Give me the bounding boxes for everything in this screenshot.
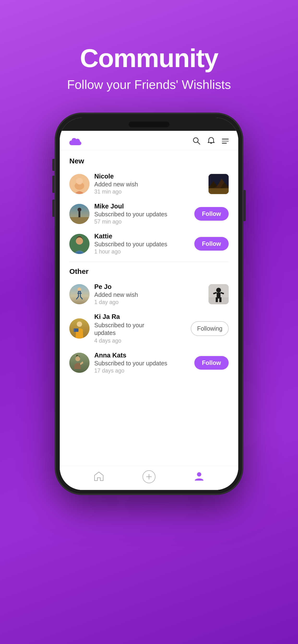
- mike-info: Mike Joul Subscribed to your updates 57 …: [94, 203, 190, 225]
- section-other: Other: [60, 265, 238, 378]
- svg-rect-35: [69, 353, 89, 373]
- nicole-action: Added new wish: [94, 181, 204, 188]
- plus-icon: [146, 474, 152, 480]
- annakats-action: Subscribed to your updates: [94, 360, 190, 367]
- svg-rect-19: [69, 284, 89, 304]
- notification-item-mike: Mike Joul Subscribed to your updates 57 …: [60, 199, 238, 229]
- svg-rect-25: [216, 297, 218, 302]
- power-button: [244, 190, 246, 221]
- mike-action: Subscribed to your updates: [94, 211, 190, 218]
- nicole-info: Nicole Added new wish 31 min ago: [94, 173, 204, 195]
- mike-name: Mike Joul: [94, 203, 190, 210]
- annakats-name: Anna Kats: [94, 352, 190, 359]
- section-other-label: Other: [60, 268, 238, 279]
- pejo-info: Pe Jo Added new wish 1 day ago: [94, 283, 204, 306]
- svg-point-23: [216, 288, 221, 292]
- section-new: New Nicole A: [60, 150, 238, 259]
- nav-bar: [60, 131, 238, 150]
- follow-annakats-button[interactable]: Follow: [194, 356, 229, 370]
- notification-item-nicole: Nicole Added new wish 31 min ago: [60, 169, 238, 199]
- kijara-time: 4 days ago: [94, 338, 186, 344]
- svg-rect-26: [219, 297, 221, 302]
- mike-time: 57 min ago: [94, 218, 190, 225]
- notification-item-kijara: Ki Ja Ra Subscribed to yourupdates 4 day…: [60, 309, 238, 348]
- follow-kattie-button[interactable]: Follow: [194, 237, 229, 250]
- svg-line-1: [198, 142, 200, 144]
- pejo-action: Added new wish: [94, 291, 204, 298]
- page-title: Community: [67, 43, 231, 73]
- nicole-name: Nicole: [94, 173, 204, 180]
- pejo-time: 1 day ago: [94, 299, 204, 306]
- avatar-nicole: [69, 174, 89, 194]
- svg-point-17: [76, 238, 83, 244]
- notification-item-kattie: Kattie Subscribed to your updates 1 hour…: [60, 229, 238, 259]
- bottom-nav-add[interactable]: [142, 470, 156, 483]
- nav-icons: [192, 136, 229, 146]
- kattie-time: 1 hour ago: [94, 248, 190, 255]
- kattie-info: Kattie Subscribed to your updates 1 hour…: [94, 233, 190, 255]
- svg-rect-14: [78, 210, 80, 217]
- svg-point-36: [75, 356, 80, 361]
- app-logo[interactable]: [69, 136, 81, 146]
- kattie-name: Kattie: [94, 233, 190, 240]
- avatar-kattie: [69, 234, 89, 254]
- header-section: Community Follow your Friends' Wishlists: [67, 43, 231, 92]
- volume-up-button: [52, 176, 54, 193]
- avatar-pejo: [69, 284, 89, 304]
- pejo-name: Pe Jo: [94, 283, 204, 290]
- home-icon: [93, 470, 105, 482]
- annakats-time: 17 days ago: [94, 368, 190, 374]
- svg-point-31: [77, 322, 82, 327]
- mute-button: [52, 159, 54, 171]
- avatar-kijara: [69, 318, 89, 338]
- kattie-action: Subscribed to your updates: [94, 241, 190, 248]
- bottom-nav-home[interactable]: [93, 470, 105, 483]
- notification-item-pejo: Pe Jo Added new wish 1 day ago: [60, 279, 238, 309]
- svg-point-15: [77, 208, 81, 212]
- section-new-label: New: [60, 157, 238, 169]
- svg-point-4: [76, 178, 83, 184]
- following-kijara-button[interactable]: Following: [191, 321, 229, 336]
- kijara-name: Ki Ja Ra: [94, 313, 186, 320]
- page-subtitle: Follow your Friends' Wishlists: [67, 78, 231, 92]
- app-content: New Nicole A: [60, 131, 238, 490]
- notch-pill: [129, 122, 169, 127]
- phone-screen: New Nicole A: [60, 118, 238, 490]
- person-icon: [193, 470, 205, 482]
- svg-rect-33: [74, 329, 75, 331]
- nicole-thumbnail: [209, 174, 229, 194]
- svg-point-39: [197, 472, 201, 476]
- bottom-nav-profile[interactable]: [193, 470, 205, 483]
- kijara-info: Ki Ja Ra Subscribed to yourupdates 4 day…: [94, 313, 186, 344]
- scroll-area[interactable]: New Nicole A: [60, 150, 238, 466]
- follow-mike-button[interactable]: Follow: [194, 207, 229, 221]
- kijara-action: Subscribed to yourupdates: [94, 321, 186, 337]
- svg-point-20: [77, 288, 81, 291]
- phone-notch: [60, 118, 238, 131]
- menu-icon[interactable]: [222, 139, 229, 144]
- svg-point-0: [193, 138, 198, 142]
- search-icon[interactable]: [192, 136, 200, 146]
- avatar-annakats: [69, 353, 89, 373]
- phone-wrapper: New Nicole A: [55, 113, 243, 494]
- svg-rect-10: [209, 188, 229, 194]
- bottom-nav: [60, 466, 238, 490]
- bell-icon[interactable]: [207, 136, 215, 146]
- pejo-thumbnail: [209, 284, 229, 304]
- nicole-time: 31 min ago: [94, 188, 204, 195]
- notification-item-annakats: Anna Kats Subscribed to your updates 17 …: [60, 348, 238, 378]
- section-divider: [69, 262, 229, 262]
- annakats-info: Anna Kats Subscribed to your updates 17 …: [94, 352, 190, 374]
- svg-rect-13: [69, 217, 89, 224]
- volume-down-button: [52, 200, 54, 217]
- avatar-mike: [69, 204, 89, 224]
